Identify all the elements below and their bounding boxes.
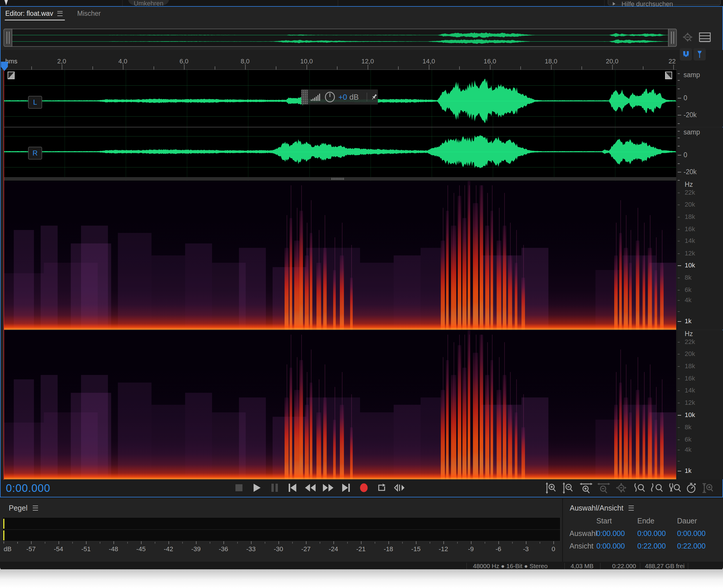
- freq-label: 22k: [685, 338, 695, 346]
- time-display[interactable]: 0:00.000: [6, 482, 50, 495]
- ruler-time-label: 8,0: [241, 58, 250, 65]
- amplitude-scale-right[interactable]: samp0-20k: [677, 127, 723, 184]
- invert-button[interactable]: Umkehren: [128, 0, 169, 5]
- view-end[interactable]: 0:22.000: [637, 542, 677, 550]
- db-tick-minor: [237, 542, 238, 544]
- channel-badge-right[interactable]: R: [28, 147, 42, 160]
- freq-tick: [678, 366, 680, 367]
- freq-tick: [678, 278, 680, 278]
- spectral-low-band: [3, 291, 676, 330]
- freq-tick: [678, 229, 680, 230]
- db-tick-minor: [155, 542, 155, 544]
- samp-tick: [678, 180, 680, 181]
- db-label: -21: [356, 545, 366, 553]
- snap-toggle-button[interactable]: [680, 48, 692, 61]
- samp-tick: [678, 88, 680, 89]
- db-tick-minor: [512, 542, 513, 544]
- pause-button[interactable]: [267, 481, 282, 495]
- editor-view-options-icon[interactable]: [699, 33, 711, 42]
- db-label: -30: [274, 545, 283, 553]
- freq-label: 20k: [685, 350, 695, 358]
- timeline-ruler[interactable]: hms 2,04,06,08,010,012,014,016,018,020,0…: [1, 50, 723, 70]
- db-label: -27: [301, 545, 310, 553]
- freq-label: 6k: [685, 286, 691, 294]
- selection-view-panel: Auswahl/Ansicht Start Ende Dauer Auswahl…: [563, 499, 723, 562]
- zoom-to-selection-button[interactable]: [667, 482, 682, 495]
- db-label: -24: [329, 545, 338, 553]
- zoom-vertical-scale-button[interactable]: [700, 482, 716, 495]
- samp-unit-label: samp: [684, 71, 700, 79]
- db-label: -6: [496, 545, 501, 553]
- zoom-in-vertical-button[interactable]: [543, 482, 559, 495]
- skip-to-start-button[interactable]: [285, 481, 300, 495]
- zoom-reset-icon[interactable]: [682, 32, 694, 44]
- play-button[interactable]: [249, 481, 264, 495]
- zoom-full-button[interactable]: [614, 482, 629, 495]
- marker-button[interactable]: [694, 48, 706, 61]
- tab-mixer[interactable]: Mischer: [77, 8, 101, 18]
- spectrogram-right[interactable]: [3, 330, 676, 479]
- freq-label: 4k: [685, 446, 691, 454]
- hud-drag-handle[interactable]: [301, 89, 308, 105]
- view-duration[interactable]: 0:22.000: [677, 542, 721, 550]
- skip-selection-button[interactable]: [392, 481, 407, 495]
- overview-navigator[interactable]: [3, 29, 677, 47]
- db-tick-minor: [540, 542, 540, 544]
- panel-menu-icon[interactable]: [57, 11, 63, 16]
- timed-record-button[interactable]: [684, 482, 699, 495]
- db-tick-minor: [127, 542, 128, 544]
- selection-table: Start Ende Dauer Auswahl 0:00.000 0:00.0…: [569, 517, 721, 550]
- selection-duration[interactable]: 0:00.000: [677, 529, 721, 538]
- ruler-time-label: 22: [669, 58, 676, 65]
- freq-tick: [678, 290, 680, 291]
- panel-menu-icon[interactable]: [628, 506, 634, 510]
- selection-start[interactable]: 0:00.000: [596, 529, 637, 538]
- channel-badge-left[interactable]: L: [28, 96, 42, 109]
- zoom-out-vertical-button[interactable]: [560, 482, 576, 495]
- frequency-scale-left[interactable]: Hz22k20k18k16k14k12k10k8k6k4k1k: [677, 181, 723, 330]
- waveform-display[interactable]: +0 dB: [3, 70, 676, 184]
- amplitude-scale-left[interactable]: samp0-20k: [677, 70, 723, 127]
- record-button[interactable]: [357, 481, 371, 495]
- volume-hud[interactable]: +0 dB: [301, 89, 378, 105]
- editor-panel-group: Editor: float.wav Mischer: [0, 6, 723, 498]
- navigator-left-handle[interactable]: [3, 29, 12, 47]
- stop-button[interactable]: [232, 481, 246, 495]
- playhead-line: [3, 70, 4, 480]
- zoom-in-horizontal-button[interactable]: [579, 482, 594, 495]
- levels-panel-title: Pegel: [9, 504, 38, 512]
- meter-peak-left: [3, 519, 4, 529]
- tab-editor[interactable]: Editor: float.wav: [5, 8, 63, 18]
- gain-value[interactable]: +0: [338, 93, 347, 102]
- selection-end[interactable]: 0:00.000: [637, 529, 677, 538]
- level-meter[interactable]: [2, 517, 560, 541]
- help-search-input[interactable]: Hilfe durchsuchen: [608, 0, 721, 5]
- fade-in-handle[interactable]: [7, 71, 15, 79]
- samp-zero-label: 0: [684, 94, 687, 102]
- freq-label: 10k: [685, 261, 695, 269]
- rewind-button[interactable]: [303, 481, 318, 495]
- navigator-right-handle[interactable]: [668, 29, 677, 47]
- ruler-time-label: 14,0: [423, 58, 435, 65]
- db-tick-minor: [457, 542, 458, 544]
- freq-label: 14k: [685, 237, 695, 245]
- samp-tick: [678, 172, 681, 172]
- gain-knob[interactable]: [325, 92, 335, 102]
- panel-menu-icon[interactable]: [33, 506, 38, 510]
- frequency-scale-right[interactable]: Hz22k20k18k16k14k12k10k8k6k4k1k: [677, 330, 723, 479]
- wave-spectral-splitter[interactable]: [3, 177, 676, 181]
- zoom-out-horizontal-button[interactable]: [596, 482, 611, 495]
- fast-forward-button[interactable]: [321, 481, 336, 495]
- view-start[interactable]: 0:00.000: [596, 542, 637, 550]
- splitter-grip[interactable]: [331, 178, 344, 180]
- zoom-to-out-point-button[interactable]: [650, 482, 665, 495]
- spectrogram-left[interactable]: [3, 181, 676, 330]
- zoom-to-in-point-button[interactable]: [632, 482, 647, 495]
- skip-to-end-button[interactable]: [339, 481, 353, 495]
- freq-tick: [678, 217, 680, 217]
- loop-playback-button[interactable]: [374, 481, 389, 495]
- fade-out-handle[interactable]: [665, 71, 672, 79]
- channel-divider: [3, 127, 676, 127]
- pin-hud-icon[interactable]: [370, 93, 378, 101]
- samp-unit-label: samp: [684, 128, 700, 136]
